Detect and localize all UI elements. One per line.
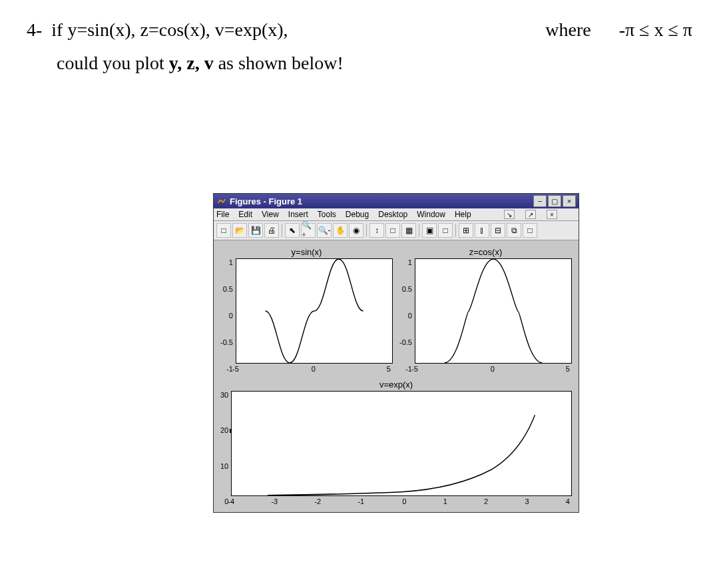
question-area: 4- if y=sin(x), z=cos(x), v=exp(x), wher… [0, 0, 719, 94]
sin-curve [236, 259, 392, 363]
plot-box [236, 258, 393, 364]
insert-colorbar-icon[interactable]: □ [385, 223, 400, 238]
separator [282, 224, 282, 237]
separator [366, 224, 367, 237]
plot-area: y=sin(x) 1 0.5 0 -0.5 -1 [214, 240, 579, 512]
tile-icon[interactable]: ⊞ [459, 223, 473, 238]
minimize-button[interactable]: − [533, 195, 547, 207]
x-axis-ticks: -5 0 5 [415, 364, 572, 373]
tile-horiz-icon[interactable]: ⊟ [491, 223, 505, 238]
chart-cos: z=cos(x) 1 0.5 0 -0.5 -1 [399, 247, 572, 373]
tile-float-icon[interactable]: ⧉ [507, 223, 521, 238]
y-axis-ticks: 1 0.5 0 -0.5 -1 [220, 258, 236, 373]
restore-button[interactable]: ▢ [548, 195, 561, 207]
toolbar: □ 📂 💾 🖨 ⬉ 🔍+ 🔍- ✋ ◉ ↕ □ ▦ ▣ □ ⊞ ⫿ ⊟ ⧉ □ [214, 221, 579, 240]
undock-icon[interactable]: ↗ [525, 210, 536, 219]
subplot-icon[interactable]: □ [438, 223, 453, 238]
pointer-icon[interactable]: ⬉ [285, 223, 300, 238]
plot-box [231, 391, 572, 496]
zoom-in-icon[interactable]: 🔍+ [301, 223, 316, 238]
zoom-out-icon[interactable]: 🔍- [317, 223, 332, 238]
question-line1-right: where -π ≤ x ≤ π [545, 13, 692, 47]
save-icon[interactable]: 💾 [248, 223, 263, 238]
figure-window: Figures - Figure 1 − ▢ × File Edit View … [213, 193, 579, 513]
app-icon [216, 196, 227, 206]
plot-box [415, 258, 572, 364]
open-icon[interactable]: 📂 [232, 223, 247, 238]
menu-view[interactable]: View [262, 210, 279, 219]
menubar: File Edit View Insert Tools Debug Deskto… [214, 208, 579, 221]
chart-title: y=sin(x) [292, 247, 322, 257]
insert-legend-icon[interactable]: ▦ [401, 223, 416, 238]
menu-edit[interactable]: Edit [238, 210, 252, 219]
question-line1-left: 4- if y=sin(x), z=cos(x), v=exp(x), [27, 13, 288, 47]
y-axis-ticks: 1 0.5 0 -0.5 -1 [399, 258, 415, 373]
tile-tabs-icon[interactable]: ⫿ [475, 223, 489, 238]
colormap-icon[interactable]: ▣ [422, 223, 437, 238]
rotate-icon[interactable]: ◉ [349, 223, 363, 238]
new-icon[interactable]: □ [216, 223, 231, 238]
x-axis-ticks: -4 -3 -2 -1 0 1 2 3 4 [231, 496, 572, 505]
window-title: Figures - Figure 1 [230, 196, 532, 206]
dock-down-icon[interactable]: ↘ [504, 210, 515, 219]
separator [419, 224, 419, 237]
chart-title: z=cos(x) [469, 247, 502, 257]
question-line2: could you plot y, z, v as shown below! [57, 47, 692, 80]
y-axis-ticks: 30 20 10 0 [220, 391, 231, 505]
separator [455, 224, 456, 237]
exp-curve [232, 392, 571, 495]
close-button[interactable]: × [563, 195, 576, 207]
menu-debug[interactable]: Debug [346, 210, 369, 219]
chart-sin: y=sin(x) 1 0.5 0 -0.5 -1 [220, 247, 393, 373]
menu-help[interactable]: Help [455, 210, 471, 219]
menu-insert[interactable]: Insert [288, 210, 308, 219]
close-panel-icon[interactable]: × [547, 210, 557, 219]
menu-file[interactable]: File [216, 210, 229, 219]
chart-title: v=exp(x) [379, 380, 413, 390]
chart-exp: v=exp(x) 30 20 10 0 [220, 380, 572, 505]
menu-window[interactable]: Window [417, 210, 445, 219]
pan-icon[interactable]: ✋ [333, 223, 348, 238]
cos-curve [415, 259, 571, 363]
x-axis-ticks: -5 0 5 [236, 364, 393, 373]
data-cursor-icon[interactable]: ↕ [369, 223, 384, 238]
window-titlebar: Figures - Figure 1 − ▢ × [214, 194, 579, 208]
menu-tools[interactable]: Tools [318, 210, 336, 219]
tile-cascade-icon[interactable]: □ [523, 223, 537, 238]
print-icon[interactable]: 🖨 [264, 223, 279, 238]
menu-desktop[interactable]: Desktop [378, 210, 407, 219]
